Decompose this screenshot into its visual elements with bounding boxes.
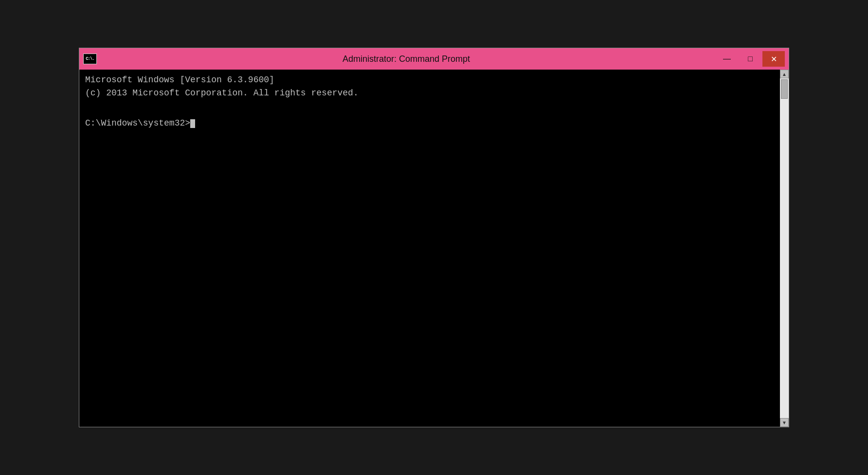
titlebar-controls: — □ ✕ xyxy=(716,51,785,67)
scroll-thumb[interactable] xyxy=(781,79,788,99)
scroll-down-button[interactable]: ▼ xyxy=(780,418,789,427)
scrollbar: ▲ ▼ xyxy=(780,70,789,427)
command-prompt-window: C:\. Administrator: Command Prompt — □ ✕… xyxy=(79,48,789,427)
maximize-button[interactable]: □ xyxy=(739,51,761,67)
terminal-cursor xyxy=(190,119,195,128)
window-body: Microsoft Windows [Version 6.3.9600] (c)… xyxy=(79,70,789,427)
terminal-area[interactable]: Microsoft Windows [Version 6.3.9600] (c)… xyxy=(79,70,780,427)
scroll-track xyxy=(780,78,789,418)
window-title: Administrator: Command Prompt xyxy=(97,54,716,64)
scroll-up-button[interactable]: ▲ xyxy=(780,70,789,78)
terminal-prompt: C:\Windows\system32> xyxy=(85,117,190,130)
terminal-line-3 xyxy=(85,100,774,113)
terminal-line-1: Microsoft Windows [Version 6.3.9600] xyxy=(85,73,774,87)
titlebar: C:\. Administrator: Command Prompt — □ ✕ xyxy=(79,48,789,70)
close-button[interactable]: ✕ xyxy=(762,51,785,67)
titlebar-left: C:\. xyxy=(83,54,97,64)
cmd-icon: C:\. xyxy=(83,54,97,64)
minimize-button[interactable]: — xyxy=(716,51,738,67)
terminal-line-2: (c) 2013 Microsoft Corporation. All righ… xyxy=(85,87,774,100)
terminal-prompt-line: C:\Windows\system32> xyxy=(85,117,774,130)
